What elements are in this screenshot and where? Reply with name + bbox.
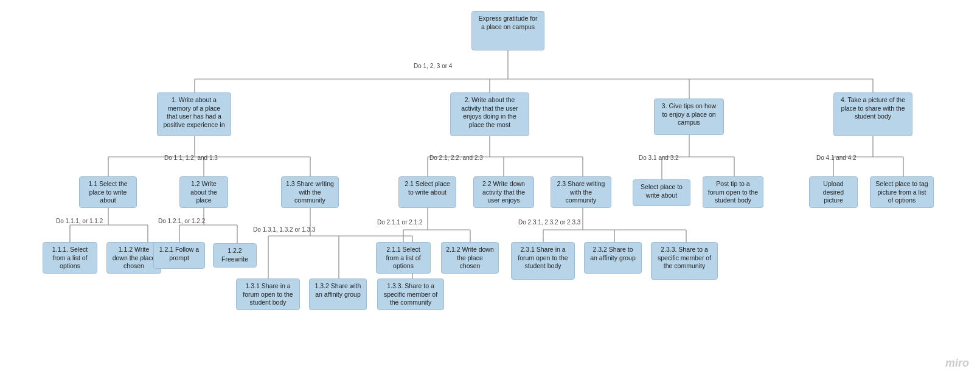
node-31-select: Select place to write about — [633, 179, 690, 206]
node-42-select: Select place to tag picture from a list … — [870, 176, 934, 208]
node-211: 2.1.1 Select from a list of options — [376, 242, 431, 274]
node-4: 4. Take a picture of the place to share … — [833, 92, 912, 136]
label-do-231-233: Do 2.3.1, 2.3.2 or 2.3.3 — [518, 219, 580, 226]
node-12: 1.2 Write about the place — [179, 176, 228, 208]
node-13: 1.3 Share writing with the community — [281, 176, 339, 208]
node-122: 1.2.2 Freewrite — [213, 243, 257, 268]
node-3: 3. Give tips on how to enjoy a place on … — [654, 99, 724, 135]
node-133: 1.3.3. Share to a specific member of the… — [377, 278, 444, 310]
node-11: 1.1 Select the place to write about — [79, 176, 137, 208]
node-111: 1.1.1. Select from a list of options — [43, 242, 97, 274]
label-do-211-212: Do 2.1.1 or 2.1.2 — [377, 219, 423, 226]
label-do1234: Do 1, 2, 3 or 4 — [414, 63, 452, 69]
label-do-4x: Do 4.1 and 4.2 — [816, 154, 857, 161]
diagram-canvas: Express gratitude for a place on campus … — [0, 0, 980, 377]
node-132: 1.3.2 Share with an affinity group — [309, 278, 367, 310]
node-231: 2.3.1 Share in a forum open to the stude… — [511, 242, 575, 280]
node-21: 2.1 Select place to write about — [398, 176, 456, 208]
label-do-131-133: Do 1.3.1, 1.3.2 or 1.3.3 — [253, 226, 315, 233]
label-do-1x: Do 1.1, 1.2, and 1.3 — [164, 154, 218, 161]
node-212: 2.1.2 Write down the place chosen — [441, 242, 499, 274]
node-232: 2.3.2 Share to an affinity group — [584, 242, 642, 274]
node-2: 2. Write about the activity that the use… — [450, 92, 529, 136]
node-32-post: Post tip to a forum open to the student … — [703, 176, 763, 208]
node-131: 1.3.1 Share in a forum open to the stude… — [236, 278, 300, 310]
root-node: Express gratitude for a place on campus — [471, 11, 544, 50]
node-1: 1. Write about a memory of a place that … — [157, 92, 231, 136]
label-do-111-112: Do 1.1.1, or 1.1.2 — [56, 218, 103, 224]
label-do-121-122: Do 1.2.1, or 1.2.2 — [158, 218, 205, 224]
node-121: 1.2.1 Follow a prompt — [153, 242, 205, 269]
node-233: 2.3.3. Share to a specific member of the… — [651, 242, 718, 280]
node-23: 2.3 Share writing with the community — [551, 176, 611, 208]
miro-watermark: miro — [945, 357, 969, 370]
node-41-upload: Upload desired picture — [809, 176, 858, 208]
label-do-3x: Do 3.1 and 3.2 — [639, 154, 679, 161]
node-22: 2.2 Write down activity that the user en… — [473, 176, 534, 208]
label-do-2x: Do 2.1, 2.2. and 2.3 — [429, 154, 483, 161]
